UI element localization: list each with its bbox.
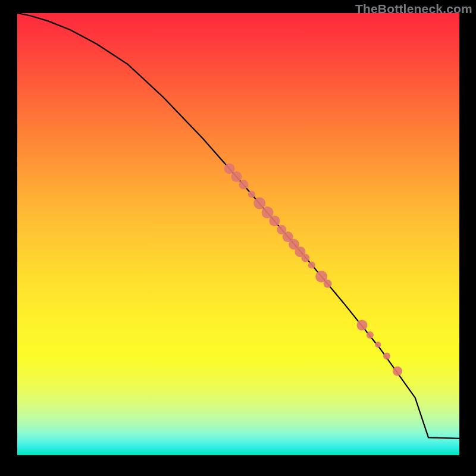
data-point: [301, 254, 309, 262]
data-point: [357, 320, 368, 331]
data-point: [239, 180, 248, 189]
data-point: [324, 280, 332, 288]
curve-line: [17, 13, 459, 439]
data-point: [393, 367, 402, 376]
data-point: [231, 171, 242, 182]
data-point: [253, 198, 265, 209]
data-point: [308, 262, 315, 269]
chart-plot-area: [17, 13, 459, 455]
watermark-text: TheBottleneck.com: [355, 2, 472, 16]
data-point: [383, 353, 390, 360]
data-point: [375, 342, 381, 347]
data-point: [248, 191, 255, 198]
data-point: [367, 331, 374, 339]
chart-overlay: [17, 13, 459, 455]
data-point: [224, 164, 235, 174]
data-points-group: [224, 164, 402, 376]
data-point: [269, 215, 280, 226]
